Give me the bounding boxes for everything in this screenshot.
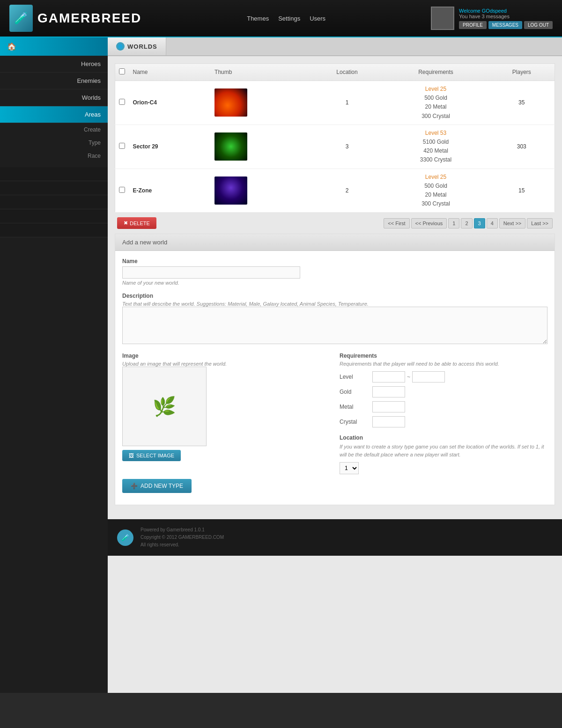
logout-button[interactable]: LOG OUT <box>524 21 553 29</box>
table-row: Sector 29 3 Level 535100 Gold420 Metal33… <box>115 125 555 169</box>
world-players-0: 35 <box>489 81 555 125</box>
name-group: Name Name of your new world. <box>122 258 547 286</box>
page-1[interactable]: 1 <box>448 218 459 228</box>
page-2[interactable]: 2 <box>461 218 472 228</box>
page-first[interactable]: << First <box>384 218 409 228</box>
image-col: Image Upload an image that will represen… <box>122 353 330 474</box>
pagination: << First << Previous 1 2 3 4 Next >> Las… <box>384 218 553 228</box>
delete-button[interactable]: ✖ DELETE <box>117 217 156 229</box>
row-checkbox-2[interactable] <box>119 187 125 193</box>
message-count: You have 3 messages <box>459 14 553 19</box>
worlds-tab: 🌐 WORLDS <box>108 37 562 56</box>
level-label: Level <box>340 374 368 380</box>
th-name: Name <box>129 64 211 81</box>
metal-row: Metal <box>340 401 547 412</box>
sidebar-empty-3 <box>0 195 108 209</box>
image-upload-box: 🌿 <box>122 367 207 446</box>
name-label: Name <box>122 258 547 265</box>
sidebar-sub-create[interactable]: Create <box>0 123 108 136</box>
page-3[interactable]: 3 <box>474 218 485 228</box>
sidebar-sub-race[interactable]: Race <box>0 149 108 162</box>
sidebar-item-heroes[interactable]: Heroes <box>0 56 108 73</box>
sidebar-item-enemies[interactable]: Enemies <box>0 73 108 89</box>
page-last[interactable]: Last >> <box>527 218 553 228</box>
footer-logo: 🧪 <box>117 529 133 546</box>
world-players-2: 15 <box>489 169 555 213</box>
select-image-button[interactable]: 🖼 SELECT IMAGE <box>122 450 181 461</box>
world-location-2: 2 <box>311 169 383 213</box>
th-checkbox <box>115 64 129 81</box>
crystal-input[interactable] <box>372 416 405 427</box>
image-req-row: Image Upload an image that will represen… <box>122 353 547 474</box>
location-section: Location If you want to create a story t… <box>340 434 547 474</box>
username: GOdspeed <box>482 8 507 14</box>
world-requirements-0: Level 25500 Gold20 Metal300 Crystal <box>383 81 488 125</box>
form-header: Add a new world <box>115 234 555 251</box>
th-requirements: Requirements <box>383 64 488 81</box>
row-checkbox-1[interactable] <box>119 143 125 149</box>
location-select[interactable]: 1 2 3 <box>340 462 359 474</box>
profile-button[interactable]: PROFILE <box>459 21 487 29</box>
select-img-label: SELECT IMAGE <box>136 453 174 458</box>
add-new-type-button[interactable]: ➕ ADD NEW TYPE <box>122 479 192 493</box>
location-form-label: Location <box>340 434 547 441</box>
tab-worlds[interactable]: 🌐 WORLDS <box>108 37 166 55</box>
sidebar-empty-4 <box>0 209 108 223</box>
desc-textarea[interactable] <box>122 307 547 344</box>
pagination-area: ✖ DELETE << First << Previous 1 2 3 4 Ne… <box>115 213 555 234</box>
crystal-row: Crystal <box>340 416 547 427</box>
nav-users[interactable]: Users <box>310 15 325 22</box>
row-checkbox-cell <box>115 81 129 125</box>
sidebar-sub-type[interactable]: Type <box>0 136 108 149</box>
metal-input[interactable] <box>372 401 405 412</box>
gold-label: Gold <box>340 389 368 395</box>
world-location-0: 1 <box>311 81 383 125</box>
th-thumb: Thumb <box>211 64 311 81</box>
image-hint: Upload an image that will represent the … <box>122 361 330 367</box>
add-type-icon: ➕ <box>131 483 138 489</box>
add-type-label: ADD NEW TYPE <box>140 483 183 489</box>
world-thumb-cell-1 <box>211 125 311 169</box>
world-name-2: E-Zone <box>129 169 211 213</box>
nav-settings[interactable]: Settings <box>278 15 300 22</box>
page-prev[interactable]: << Previous <box>411 218 447 228</box>
level-min-input[interactable] <box>372 371 405 382</box>
world-players-1: 303 <box>489 125 555 169</box>
footer-text: Powered by Gamerbreed 1.0.1 Copyright © … <box>140 526 224 549</box>
sidebar: 🏠 Heroes Enemies Worlds Areas Create Typ… <box>0 37 108 693</box>
world-thumb-cell-0 <box>211 81 311 125</box>
row-checkbox-0[interactable] <box>119 99 125 105</box>
world-name-0: Orion-C4 <box>129 81 211 125</box>
page-4[interactable]: 4 <box>487 218 498 228</box>
user-buttons: PROFILE MESSAGES LOG OUT <box>459 21 553 29</box>
messages-button[interactable]: MESSAGES <box>488 21 522 29</box>
sidebar-home[interactable]: 🏠 <box>0 37 108 56</box>
welcome-text: Welcome GOdspeed <box>459 8 553 14</box>
image-label: Image <box>122 353 330 359</box>
logo-text: GAMERBREED <box>37 11 141 26</box>
delete-label: DELETE <box>130 221 150 226</box>
sidebar-item-worlds[interactable]: Worlds <box>0 89 108 106</box>
requirements-col: Requirements Requirements that the playe… <box>340 353 547 474</box>
page-next[interactable]: Next >> <box>499 218 526 228</box>
desc-hint: Text that will describe the world. Sugge… <box>122 301 547 307</box>
world-location-1: 3 <box>311 125 383 169</box>
add-world-form: Add a new world Name Name of your new wo… <box>115 234 555 505</box>
metal-label: Metal <box>340 404 368 410</box>
content-area: Name Thumb Location Requirements Players… <box>108 56 562 519</box>
form-body: Name Name of your new world. Description… <box>115 251 555 505</box>
requirements-hint: Requirements that the player will need t… <box>340 361 547 367</box>
logo-area: 🧪 GAMERBREED <box>9 5 141 32</box>
select-img-icon: 🖼 <box>129 453 134 458</box>
sidebar-item-areas[interactable]: Areas <box>0 106 108 123</box>
requirements-label: Requirements <box>340 353 547 359</box>
gold-input[interactable] <box>372 386 405 397</box>
desc-group: Description Text that will describe the … <box>122 293 547 346</box>
name-input[interactable] <box>122 266 300 279</box>
header: 🧪 GAMERBREED Themes Settings Users Welco… <box>0 0 562 37</box>
nav-links: Themes Settings Users <box>247 15 325 22</box>
nav-themes[interactable]: Themes <box>247 15 269 22</box>
select-all-checkbox[interactable] <box>119 68 125 74</box>
world-thumb-1 <box>214 132 247 161</box>
level-max-input[interactable] <box>412 371 445 382</box>
